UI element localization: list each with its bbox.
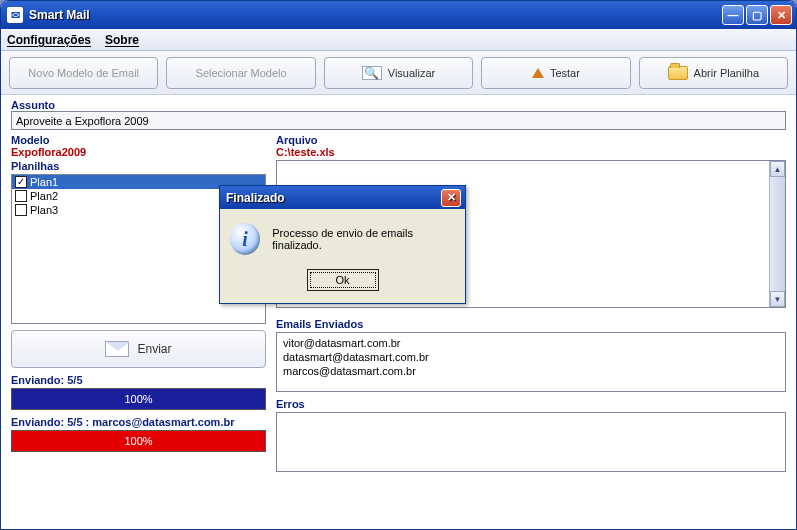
arquivo-label: Arquivo [276, 134, 786, 146]
erros-label: Erros [276, 398, 786, 410]
menu-sobre[interactable]: Sobre [105, 33, 139, 47]
enviar-button[interactable]: Enviar [11, 330, 266, 368]
finalizado-dialog: Finalizado ✕ i Processo de envio de emai… [219, 185, 466, 304]
window-title: Smart Mail [29, 8, 722, 22]
close-button[interactable]: ✕ [770, 5, 792, 25]
scrollbar[interactable]: ▲ ▼ [769, 161, 785, 307]
enviar-label: Enviar [137, 342, 171, 356]
selecionar-modelo-button[interactable]: Selecionar Modelo [166, 57, 315, 89]
menu-configuracoes[interactable]: Configurações [7, 33, 91, 47]
novo-modelo-label: Novo Modelo de Email [28, 67, 139, 79]
progress1-bar: 100% [11, 388, 266, 410]
email-sent-item: vitor@datasmart.com.br [283, 336, 779, 350]
checkbox-icon[interactable] [15, 190, 27, 202]
visualizar-label: Visualizar [388, 67, 436, 79]
assunto-input[interactable] [11, 111, 786, 130]
arquivo-value: C:\teste.xls [276, 146, 786, 158]
dialog-close-button[interactable]: ✕ [441, 189, 461, 207]
list-item-label: Plan3 [30, 204, 58, 216]
minimize-button[interactable]: — [722, 5, 744, 25]
emails-enviados-label: Emails Enviados [276, 318, 786, 330]
emails-enviados-box: vitor@datasmart.com.br datasmart@datasma… [276, 332, 786, 392]
info-icon: i [230, 223, 260, 255]
folder-icon [668, 66, 688, 80]
dialog-titlebar: Finalizado ✕ [220, 186, 465, 209]
progress1-label: Enviando: 5/5 [11, 374, 266, 386]
maximize-button[interactable]: ▢ [746, 5, 768, 25]
menubar: Configurações Sobre [1, 29, 796, 51]
list-item-label: Plan2 [30, 190, 58, 202]
magnifier-icon: 🔍 [362, 66, 382, 80]
assunto-label: Assunto [11, 99, 786, 111]
list-item-label: Plan1 [30, 176, 58, 188]
planilhas-label: Planilhas [11, 160, 266, 172]
abrir-planilha-label: Abrir Planilha [694, 67, 759, 79]
modelo-label: Modelo [11, 134, 266, 146]
dialog-message: Processo de envio de emails finalizado. [272, 227, 455, 251]
dialog-ok-label: Ok [335, 274, 349, 286]
testar-label: Testar [550, 67, 580, 79]
dialog-ok-button[interactable]: Ok [307, 269, 379, 291]
titlebar: ✉ Smart Mail — ▢ ✕ [1, 1, 796, 29]
progress2-text: 100% [124, 435, 152, 447]
checkbox-icon[interactable] [15, 176, 27, 188]
novo-modelo-button[interactable]: Novo Modelo de Email [9, 57, 158, 89]
toolbar: Novo Modelo de Email Selecionar Modelo 🔍… [1, 51, 796, 95]
dialog-title: Finalizado [226, 191, 285, 205]
modelo-value: Expoflora2009 [11, 146, 266, 158]
testar-button[interactable]: Testar [481, 57, 630, 89]
progress2-label: Enviando: 5/5 : marcos@datasmart.com.br [11, 416, 266, 428]
app-icon: ✉ [7, 7, 23, 23]
scroll-down-icon[interactable]: ▼ [770, 291, 785, 307]
progress2-bar: 100% [11, 430, 266, 452]
checkbox-icon[interactable] [15, 204, 27, 216]
scroll-up-icon[interactable]: ▲ [770, 161, 785, 177]
arrow-up-icon [532, 68, 544, 78]
abrir-planilha-button[interactable]: Abrir Planilha [639, 57, 788, 89]
email-sent-item: datasmart@datasmart.com.br [283, 350, 779, 364]
erros-box [276, 412, 786, 472]
progress1-text: 100% [124, 393, 152, 405]
selecionar-modelo-label: Selecionar Modelo [196, 67, 287, 79]
email-sent-item: marcos@datasmart.com.br [283, 364, 779, 378]
visualizar-button[interactable]: 🔍 Visualizar [324, 57, 473, 89]
mail-icon [105, 341, 129, 357]
